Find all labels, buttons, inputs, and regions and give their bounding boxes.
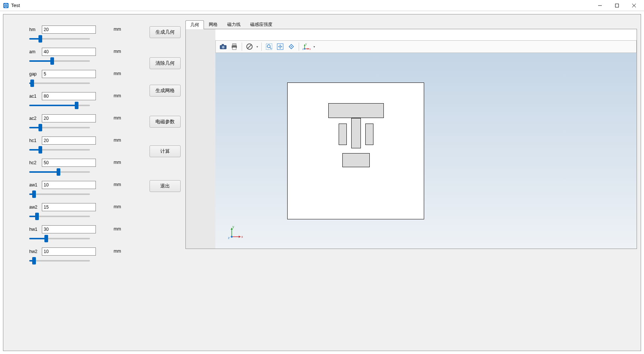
tabs-row: 几何网格磁力线磁感应强度 (185, 20, 637, 29)
svg-point-27 (231, 236, 233, 238)
tab-3[interactable]: 磁感应强度 (245, 20, 277, 29)
svg-rect-6 (232, 44, 236, 45)
param-hc2-label: hc2 (29, 160, 42, 165)
param-gap-input[interactable] (42, 70, 96, 78)
geometry-stage (287, 82, 424, 219)
param-aw2-label: aw2 (29, 205, 42, 210)
geom-stem (351, 118, 361, 148)
zoom-box-icon[interactable] (264, 42, 274, 51)
clear-geom-button[interactable]: 清除几何 (150, 57, 181, 69)
param-aw1-slider[interactable] (29, 193, 90, 195)
toolbar-separator (261, 43, 262, 51)
window-minimize-button[interactable] (591, 0, 608, 11)
svg-text:y: y (305, 43, 307, 45)
compute-button[interactable]: 计算 (150, 145, 181, 157)
svg-point-19 (304, 48, 305, 50)
param-ac2-unit: mm (114, 115, 121, 121)
param-hw1-input[interactable] (42, 225, 96, 233)
param-aw1-unit: mm (114, 182, 121, 187)
param-hw1-unit: mm (114, 226, 121, 232)
param-aw2-input[interactable] (42, 203, 96, 211)
exit-button[interactable]: 退出 (150, 180, 181, 192)
svg-rect-3 (222, 44, 224, 45)
svg-marker-16 (308, 48, 309, 50)
svg-point-14 (291, 46, 292, 47)
parameters-panel: hmmmammmgapmmac1mmac2mmhc1mmhc2mmaw1mmaw… (29, 26, 133, 270)
param-hm-unit: mm (114, 27, 121, 32)
window-maximize-button[interactable] (608, 0, 625, 11)
app-icon (3, 3, 9, 9)
axis-y-label: y (232, 226, 234, 229)
forbid-icon[interactable] (244, 42, 255, 51)
param-ac1-input[interactable] (42, 92, 96, 100)
param-hc1-unit: mm (114, 138, 121, 143)
view-left-margin (186, 29, 215, 249)
canvas-area[interactable]: x y z (215, 53, 637, 249)
svg-line-9 (248, 45, 251, 48)
param-ac1-unit: mm (114, 93, 121, 98)
view-body: ▾xyz▾ x (185, 29, 637, 249)
svg-text:x: x (309, 48, 311, 50)
geom-bottom-block (342, 153, 370, 167)
svg-rect-7 (232, 47, 236, 50)
tab-2[interactable]: 磁力线 (222, 20, 245, 29)
param-aw1-input[interactable] (42, 181, 96, 189)
param-hc2-unit: mm (114, 160, 121, 165)
param-ac1-slider[interactable] (29, 105, 90, 106)
geom-right-block (365, 124, 373, 145)
param-aw2-unit: mm (114, 204, 121, 209)
axis-triad-icon[interactable]: xyz (301, 42, 312, 51)
camera-icon[interactable] (218, 42, 228, 51)
svg-text:z: z (302, 48, 304, 50)
param-am-slider[interactable] (29, 60, 90, 62)
toolbar-separator (242, 43, 242, 51)
param-hw2-slider[interactable] (29, 260, 90, 262)
zoom-fit-icon[interactable] (275, 42, 285, 51)
param-hc1-slider[interactable] (29, 149, 90, 151)
view-panel: 几何网格磁力线磁感应强度 ▾xyz▾ (185, 20, 637, 249)
param-hm-label: hm (29, 27, 42, 32)
param-hc2-input[interactable] (42, 159, 96, 167)
param-hm-input[interactable] (42, 26, 96, 34)
toolbar-separator (299, 43, 299, 51)
svg-point-4 (222, 46, 225, 48)
canvas-toolbar: ▾xyz▾ (215, 40, 637, 53)
param-hc1-label: hc1 (29, 138, 42, 143)
param-hw2-input[interactable] (42, 247, 96, 256)
svg-rect-1 (616, 4, 619, 7)
window-title: Test (11, 3, 20, 8)
tab-0[interactable]: 几何 (185, 20, 204, 29)
param-aw1-label: aw1 (29, 182, 42, 188)
param-hc1-input[interactable] (42, 136, 96, 145)
geom-top-bar (328, 103, 384, 118)
gen-geom-button[interactable]: 生成几何 (150, 26, 181, 38)
param-hm-slider[interactable] (29, 38, 90, 40)
gen-mesh-button[interactable]: 生成网格 (150, 85, 181, 97)
action-buttons-column: 生成几何清除几何生成网格电磁参数计算退出 (150, 26, 181, 192)
param-ac2-label: ac2 (29, 116, 42, 121)
window-close-button[interactable] (625, 0, 643, 11)
param-hw2-unit: mm (114, 249, 121, 254)
em-params-button[interactable]: 电磁参数 (150, 116, 181, 128)
param-gap-label: gap (29, 71, 42, 77)
dropdown-arrow-icon[interactable]: ▾ (255, 45, 259, 48)
param-hw1-slider[interactable] (29, 238, 90, 239)
axis-z-label: z (228, 236, 230, 240)
param-ac1-label: ac1 (29, 94, 42, 99)
geom-left-block (339, 124, 347, 145)
param-am-label: am (29, 49, 42, 54)
param-gap-unit: mm (114, 71, 121, 76)
param-hw1-label: hw1 (29, 227, 42, 232)
axis-x-label: x (241, 235, 243, 239)
tab-1[interactable]: 网格 (204, 20, 222, 29)
param-aw2-slider[interactable] (29, 216, 90, 217)
param-am-input[interactable] (42, 48, 96, 56)
param-ac2-input[interactable] (42, 114, 96, 122)
rotate-icon[interactable] (286, 42, 296, 51)
window-titlebar: Test (0, 0, 644, 11)
param-gap-slider[interactable] (29, 82, 90, 84)
param-hc2-slider[interactable] (29, 171, 90, 173)
print-icon[interactable] (229, 42, 239, 51)
param-ac2-slider[interactable] (29, 127, 90, 128)
dropdown-arrow-icon[interactable]: ▾ (312, 45, 316, 48)
